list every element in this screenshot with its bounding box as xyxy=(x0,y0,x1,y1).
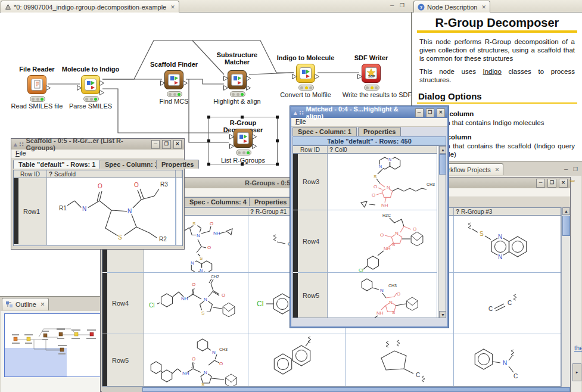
molecule-cell[interactable]: N CH3 O N S NH xyxy=(328,273,437,318)
outline-tab-close-icon[interactable]: ✕ xyxy=(41,301,45,307)
minimize-button[interactable]: ─ xyxy=(151,140,160,149)
minimize-button[interactable]: ─ xyxy=(536,179,545,188)
node-description-tab[interactable]: ? Node Description ✕ xyxy=(413,1,490,13)
node-indigo-to-molecule[interactable] xyxy=(296,64,315,83)
maximize-button[interactable]: ❐ xyxy=(547,179,556,188)
description-tab-close-icon[interactable]: ✕ xyxy=(481,4,486,10)
input-port[interactable] xyxy=(292,71,297,76)
node-substructure-matcher[interactable] xyxy=(228,70,247,89)
scroll-thumb[interactable] xyxy=(562,216,570,236)
close-button[interactable]: ✕ xyxy=(559,179,568,188)
outline-body[interactable] xyxy=(1,311,104,392)
input-port[interactable] xyxy=(223,82,228,88)
svg-text:O: O xyxy=(207,245,211,250)
scaffold-titlebar[interactable]: ▴ ∷ Scaffold - 0:5 - R-Gr...er (List R-G… xyxy=(11,139,184,150)
input-port[interactable] xyxy=(229,141,234,146)
matched-tabrow: Spec - Column: 1 Properties xyxy=(291,126,447,136)
tab-spec[interactable]: Spec - Columns: 4 xyxy=(184,197,252,206)
output-port[interactable] xyxy=(99,77,104,83)
input-port[interactable] xyxy=(77,82,82,88)
row-label[interactable]: Row4 xyxy=(298,210,328,273)
output-port[interactable] xyxy=(252,131,257,136)
scroll-down-button[interactable]: ▼ xyxy=(439,311,446,318)
matched-vscrollbar[interactable]: ▲ ▼ xyxy=(438,146,446,318)
output-port[interactable] xyxy=(46,82,51,88)
input-port[interactable] xyxy=(357,71,362,76)
rgroups-hscrollbar[interactable] xyxy=(102,387,570,392)
scroll-thumb[interactable] xyxy=(439,154,446,175)
panel-maximize-icon[interactable]: ❐ xyxy=(573,166,578,172)
output-port[interactable] xyxy=(99,87,104,92)
rgroup3-cell[interactable]: N C xyxy=(454,334,561,387)
row-label[interactable]: Row4 xyxy=(107,273,144,334)
scroll-right-button[interactable]: ▸ xyxy=(572,363,581,381)
maximize-button[interactable]: ❐ xyxy=(426,108,434,117)
input-port[interactable] xyxy=(223,73,228,78)
svg-text:N: N xyxy=(82,206,86,212)
input-port[interactable] xyxy=(160,77,165,83)
column-header-rowid[interactable]: Row ID xyxy=(14,170,47,178)
node-rgroup-decomposer[interactable] xyxy=(234,129,253,148)
rgroup3-cell[interactable]: C C xyxy=(454,273,561,334)
column-header-rgroup3[interactable]: ?R-Group #3 xyxy=(454,208,561,216)
rgroup1-cell[interactable] xyxy=(248,334,346,387)
row-label[interactable]: Row1 xyxy=(18,178,47,245)
node-scaffold-finder[interactable] xyxy=(164,70,183,89)
outline-tab-label: Outline xyxy=(15,301,36,308)
molecule-cell[interactable]: Cl NH O N S CH2 O xyxy=(144,273,248,334)
node-molecule-to-indigo[interactable] xyxy=(81,75,100,94)
panel-minimize-icon[interactable]: ─ xyxy=(564,166,568,172)
restore-arrow-icon[interactable]: ⇦ xyxy=(569,177,575,185)
workflow-projects-close-icon[interactable]: ✕ xyxy=(495,167,500,173)
tab-spec[interactable]: Spec - Column: 1 xyxy=(292,127,357,136)
file-menu[interactable]: File xyxy=(295,118,306,125)
node-file-reader[interactable] xyxy=(27,75,46,94)
scroll-thumb[interactable] xyxy=(142,387,570,392)
outline-tab[interactable]: Outline ✕ xyxy=(2,298,49,310)
scaffold-table[interactable]: Row ID ?Scaffold Row1 R1 N O N O xyxy=(13,170,183,246)
row-label[interactable]: Row5 xyxy=(107,334,144,387)
scaffold-molecule-cell[interactable]: R1 N O N O R3 S R2 xyxy=(47,178,176,245)
maximize-button[interactable]: ❐ xyxy=(162,140,170,149)
node-sdf-writer[interactable]: SDF xyxy=(362,64,381,83)
tab-properties[interactable]: Properties xyxy=(156,160,199,169)
matched-table[interactable]: Row ID ?Col0 Row3 N N xyxy=(292,145,446,318)
description-link-fragment[interactable]: the xyxy=(574,344,582,351)
close-button[interactable]: ✕ xyxy=(173,140,182,149)
tab-properties[interactable]: Properties xyxy=(358,127,401,136)
output-port[interactable] xyxy=(246,73,251,78)
minimize-button[interactable]: ─ xyxy=(415,108,424,117)
indigo-icon xyxy=(237,132,249,144)
output-port[interactable] xyxy=(246,82,251,88)
column-header-rowid[interactable]: Row ID xyxy=(293,146,328,154)
rgroup2-cell[interactable]: C xyxy=(346,334,454,387)
tab-table-active[interactable]: Table "default" - Rows: 450 xyxy=(292,136,446,145)
input-port[interactable] xyxy=(229,131,234,136)
scroll-up-button[interactable]: ▲ xyxy=(562,207,570,215)
output-port[interactable] xyxy=(315,71,319,76)
column-header-col0[interactable]: ?Col0 xyxy=(328,146,437,154)
rgroups-vscrollbar[interactable]: ▲ xyxy=(561,207,570,387)
tab-table[interactable]: Table "default" - Rows: 1 xyxy=(13,160,101,169)
file-menu[interactable]: File xyxy=(15,150,26,157)
row-label[interactable]: Row3 xyxy=(298,154,328,210)
row-label[interactable]: Row5 xyxy=(298,273,328,318)
column-header-scaffold[interactable]: ?Scaffold xyxy=(47,170,176,178)
matched-titlebar[interactable]: ▴ ∷ Matched - 0:4 - S...Highlight & alig… xyxy=(291,107,447,118)
scroll-up-button[interactable]: ▲ xyxy=(439,146,446,154)
svg-text:NH: NH xyxy=(213,231,220,236)
svg-text:O: O xyxy=(192,282,195,287)
molecule-cell[interactable]: N N S N O O NH CH3 xyxy=(328,154,437,210)
tab-properties[interactable]: Properties xyxy=(249,197,292,206)
tab-spec[interactable]: Spec - Column: 1 xyxy=(99,160,164,169)
output-port[interactable] xyxy=(183,77,188,83)
molecule-cell[interactable]: NH O N S N CH3 O xyxy=(144,334,248,387)
rgroup3-cell[interactable]: S N N xyxy=(454,216,561,273)
output-port[interactable] xyxy=(252,141,257,146)
indigo-link[interactable]: Indigo xyxy=(483,68,502,75)
molecule-row5: NH O N S N CH3 O xyxy=(144,334,247,386)
close-button[interactable]: ✕ xyxy=(437,108,445,117)
molecule-cell[interactable]: H2C O N O NH S Cl xyxy=(328,210,437,273)
column-header[interactable] xyxy=(176,170,182,178)
viewport-rect[interactable] xyxy=(5,348,67,377)
